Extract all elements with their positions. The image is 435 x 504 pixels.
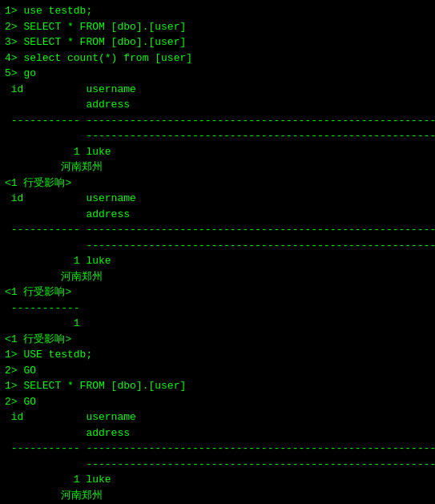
terminal-line: 1> SELECT * FROM [dbo].[user]	[5, 378, 430, 394]
terminal-line: 河南郑州	[5, 269, 430, 285]
terminal-window[interactable]: 1> use testdb;2> SELECT * FROM [dbo].[us…	[0, 0, 435, 504]
terminal-line: ----------- ----------------------------…	[5, 113, 430, 129]
terminal-line: ----------------------------------------…	[5, 238, 430, 254]
terminal-line: id username gender	[5, 191, 430, 207]
terminal-line: ----------------------------------------…	[5, 457, 430, 473]
terminal-line: address	[5, 207, 430, 223]
terminal-line: 3> SELECT * FROM [dbo].[user]	[5, 34, 430, 50]
terminal-line: 2> GO	[5, 394, 430, 410]
terminal-line: 1	[5, 316, 430, 332]
terminal-line: 1 luke 男	[5, 253, 430, 269]
terminal-line: 5> go	[5, 66, 430, 82]
terminal-line: ----------- ----------------------------…	[5, 222, 430, 238]
terminal-line: id username gender	[5, 82, 430, 98]
terminal-line: 2> GO	[5, 363, 430, 379]
terminal-line: id username gender	[5, 409, 430, 425]
terminal-line: <1 行受影响>	[5, 284, 430, 300]
terminal-line: ----------------------------------------…	[5, 128, 430, 144]
terminal-line: <1 行受影响>	[5, 332, 430, 348]
terminal-line: ----------- ----------------------------…	[5, 441, 430, 457]
terminal-line: 1 luke 男	[5, 472, 430, 488]
terminal-line: 1> USE testdb;	[5, 347, 430, 363]
terminal-line: 河南郑州	[5, 488, 430, 504]
terminal-line: 河南郑州	[5, 159, 430, 175]
terminal-line: address	[5, 425, 430, 442]
terminal-content: 1> use testdb;2> SELECT * FROM [dbo].[us…	[5, 3, 430, 504]
terminal-line: 1> use testdb;	[5, 3, 430, 19]
terminal-line: <1 行受影响>	[5, 175, 430, 192]
terminal-line: address	[5, 97, 430, 113]
terminal-line: -----------	[5, 300, 430, 317]
terminal-line: 1 luke 男	[5, 144, 430, 160]
terminal-line: 2> SELECT * FROM [dbo].[user]	[5, 19, 430, 35]
terminal-line: 4> select count(*) from [user]	[5, 50, 430, 67]
